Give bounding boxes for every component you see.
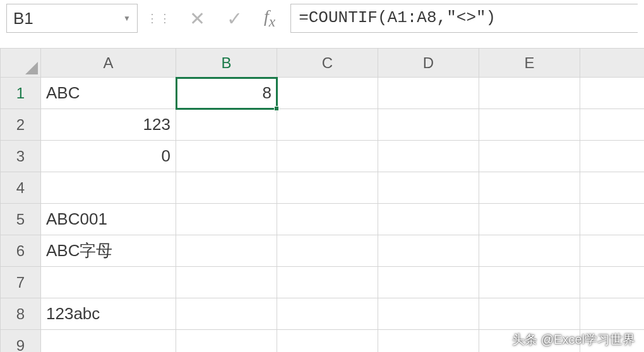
insert-function-icon[interactable]: fx (264, 6, 275, 30)
cell-B2[interactable] (176, 109, 277, 141)
col-header-C[interactable]: C (277, 49, 378, 78)
name-box[interactable]: B1 ▼ (6, 4, 138, 33)
cell-F8[interactable] (580, 298, 645, 330)
row-header-1[interactable]: 1 (1, 78, 41, 109)
cancel-icon[interactable]: ✕ (189, 8, 205, 30)
cell-D8[interactable] (378, 298, 479, 330)
cell-E7[interactable] (479, 267, 580, 298)
cell-E6[interactable] (479, 235, 580, 267)
cell-C8[interactable] (277, 298, 378, 330)
cell-A1[interactable]: ABC (41, 78, 176, 109)
cell-F4[interactable] (580, 172, 645, 204)
cell-A3[interactable]: 0 (41, 141, 176, 172)
cell-B8[interactable] (176, 298, 277, 330)
cell-B3[interactable] (176, 141, 277, 172)
corner-triangle-icon (25, 62, 38, 74)
cell-A4[interactable] (41, 172, 176, 204)
cell-E1[interactable] (479, 78, 580, 109)
cell-B9[interactable] (176, 330, 277, 353)
col-header-B[interactable]: B (176, 49, 277, 78)
cell-A8[interactable]: 123abc (41, 298, 176, 330)
col-header-F[interactable] (580, 49, 645, 78)
cell-D6[interactable] (378, 235, 479, 267)
enter-icon[interactable]: ✓ (227, 8, 242, 30)
cell-E3[interactable] (479, 141, 580, 172)
cell-E8[interactable] (479, 298, 580, 330)
name-box-dropdown-icon[interactable]: ▼ (123, 14, 131, 23)
cell-C1[interactable] (277, 78, 378, 109)
formula-input[interactable]: =COUNTIF(A1:A8,"<>") (290, 4, 638, 33)
row-header-8[interactable]: 8 (1, 298, 41, 330)
cell-D4[interactable] (378, 172, 479, 204)
row-header-9[interactable]: 9 (1, 330, 41, 353)
formula-bar-row: B1 ▼ ⋮⋮ ✕ ✓ fx =COUNTIF(A1:A8,"<>") (0, 0, 644, 37)
col-header-E[interactable]: E (479, 49, 580, 78)
cell-B4[interactable] (176, 172, 277, 204)
col-header-A[interactable]: A (41, 49, 176, 78)
cell-C4[interactable] (277, 172, 378, 204)
cell-D9[interactable] (378, 330, 479, 353)
cell-B1[interactable]: 8 (176, 78, 277, 109)
resize-handle[interactable]: ⋮⋮ (144, 11, 174, 25)
name-box-value: B1 (13, 9, 33, 28)
cell-C6[interactable] (277, 235, 378, 267)
cell-C7[interactable] (277, 267, 378, 298)
cell-F7[interactable] (580, 267, 645, 298)
cell-A2[interactable]: 123 (41, 109, 176, 141)
cell-D2[interactable] (378, 109, 479, 141)
cell-A5[interactable]: ABC001 (41, 204, 176, 235)
cell-E2[interactable] (479, 109, 580, 141)
cell-F6[interactable] (580, 235, 645, 267)
cell-E5[interactable] (479, 204, 580, 235)
cell-C2[interactable] (277, 109, 378, 141)
cell-B1-value: 8 (263, 83, 271, 102)
cell-C5[interactable] (277, 204, 378, 235)
spreadsheet-grid[interactable]: A B C D E 1 ABC 8 2 (0, 48, 644, 352)
row-header-3[interactable]: 3 (1, 141, 41, 172)
cell-F9[interactable] (580, 330, 645, 353)
cell-F1[interactable] (580, 78, 645, 109)
cell-E9[interactable] (479, 330, 580, 353)
cell-F2[interactable] (580, 109, 645, 141)
cell-D7[interactable] (378, 267, 479, 298)
cell-A7[interactable] (41, 267, 176, 298)
cell-C9[interactable] (277, 330, 378, 353)
row-header-6[interactable]: 6 (1, 235, 41, 267)
row-header-4[interactable]: 4 (1, 172, 41, 204)
row-header-7[interactable]: 7 (1, 267, 41, 298)
row-header-5[interactable]: 5 (1, 204, 41, 235)
cell-C3[interactable] (277, 141, 378, 172)
formula-controls: ✕ ✓ fx (181, 6, 284, 30)
col-header-D[interactable]: D (378, 49, 479, 78)
cell-A9[interactable] (41, 330, 176, 353)
row-header-2[interactable]: 2 (1, 109, 41, 141)
select-all-corner[interactable] (1, 49, 41, 78)
cell-F3[interactable] (580, 141, 645, 172)
cell-A6[interactable]: ABC字母 (41, 235, 176, 267)
fill-handle[interactable] (274, 106, 279, 111)
formula-text: =COUNTIF(A1:A8,"<>") (299, 8, 496, 27)
cell-F5[interactable] (580, 204, 645, 235)
cell-D3[interactable] (378, 141, 479, 172)
cell-B7[interactable] (176, 267, 277, 298)
cell-D5[interactable] (378, 204, 479, 235)
cell-B5[interactable] (176, 204, 277, 235)
cell-B6[interactable] (176, 235, 277, 267)
cell-D1[interactable] (378, 78, 479, 109)
cell-E4[interactable] (479, 172, 580, 204)
